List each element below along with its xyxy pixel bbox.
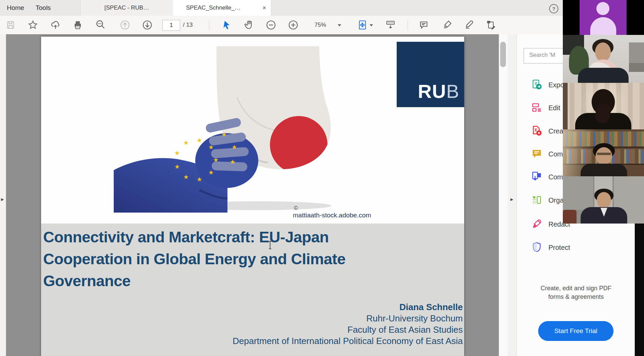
- hide-toolbar-button[interactable]: [384, 19, 397, 31]
- tool-label: Com: [548, 147, 563, 161]
- menu-tools[interactable]: Tools: [32, 0, 55, 16]
- left-panel-gutter: ▶: [0, 34, 6, 356]
- minus-circle-icon: [265, 20, 276, 30]
- svg-text:★: ★: [208, 143, 214, 151]
- svg-text:★: ★: [232, 143, 237, 151]
- author-name: Diana Schnelle: [233, 302, 463, 313]
- hand-tool-button[interactable]: [243, 19, 255, 31]
- organize-pages-icon: [531, 194, 542, 205]
- tool-label: Edit: [548, 101, 560, 115]
- edit-pdf-icon: [531, 102, 542, 113]
- close-icon[interactable]: ×: [262, 0, 266, 16]
- text-cursor: [268, 241, 272, 250]
- combine-files-icon: [531, 171, 542, 182]
- sidebar-tool-protect[interactable]: Protect: [517, 241, 644, 254]
- tool-label: Expo: [548, 78, 564, 92]
- rub-logo-text-ru: RU: [418, 80, 446, 102]
- start-free-trial-button[interactable]: Start Free Trial: [538, 321, 614, 341]
- fountain-pen-icon: [463, 19, 475, 31]
- toolbar-divider: [209, 20, 209, 30]
- zoom-level-value[interactable]: 75%: [308, 16, 332, 34]
- svg-text:★: ★: [174, 149, 180, 156]
- participant-face: [595, 42, 611, 62]
- star-button[interactable]: [27, 19, 39, 31]
- page-number-input[interactable]: [162, 20, 180, 31]
- tool-label: Com: [548, 170, 563, 184]
- menu-home[interactable]: Home: [3, 0, 28, 16]
- select-tool-button[interactable]: [221, 19, 233, 31]
- slide-image-area: ★★★ ★★★ ★★★ ★★★ RUB © mattiaath-stock.ad…: [41, 37, 464, 224]
- protect-shield-icon: [531, 242, 542, 253]
- fill-sign-icon: [485, 19, 497, 31]
- participant-video-1[interactable]: [563, 0, 644, 35]
- participant-face: [597, 192, 611, 208]
- tab-label: SPEAC_Schnelle_…: [186, 0, 240, 16]
- title-line-2: Cooperation in Global Energy and Climate: [43, 248, 346, 270]
- tab-speac-schnelle[interactable]: SPEAC_Schnelle_… ×: [173, 0, 271, 16]
- collapse-toolbar-icon: [385, 19, 396, 31]
- comment-bubble-icon: [418, 20, 429, 30]
- fill-sign-button[interactable]: [485, 19, 497, 31]
- expand-left-panel-icon[interactable]: ▶: [1, 197, 4, 202]
- affiliation-3: Department of International Political Ec…: [233, 335, 463, 347]
- next-page-button[interactable]: [141, 19, 153, 31]
- participant-video-4[interactable]: [563, 129, 644, 176]
- fit-page-button[interactable]: [356, 19, 369, 31]
- document-canvas[interactable]: ★★★ ★★★ ★★★ ★★★ RUB © mattiaath-stock.ad…: [6, 34, 499, 356]
- svg-text:★: ★: [213, 156, 219, 163]
- zoom-dropdown-caret[interactable]: [338, 24, 341, 26]
- avatar-icon: [596, 2, 609, 15]
- svg-text:★: ★: [221, 131, 227, 138]
- help-icon[interactable]: ?: [549, 4, 558, 13]
- search-button[interactable]: [95, 19, 107, 31]
- previous-page-button[interactable]: [119, 19, 131, 31]
- slide-title-band: Connectivity and Marketcraft: EU-Japan C…: [41, 224, 464, 356]
- rub-logo: RUB: [397, 42, 464, 107]
- tool-label: Orga: [548, 193, 564, 207]
- zoom-in-button[interactable]: [287, 19, 299, 31]
- star-icon: [27, 20, 38, 30]
- cloud-upload-icon: [50, 19, 61, 31]
- save-button[interactable]: [4, 19, 17, 31]
- slide-title: Connectivity and Marketcraft: EU-Japan C…: [43, 226, 346, 292]
- glasses: [597, 153, 611, 155]
- eu-japan-hands-image: ★★★ ★★★ ★★★ ★★★: [114, 46, 375, 213]
- page-up-icon: [120, 20, 131, 30]
- participant-video-3[interactable]: [563, 83, 644, 129]
- svg-text:★: ★: [197, 137, 202, 144]
- svg-text:★: ★: [183, 173, 189, 180]
- vertical-scrollbar[interactable]: [499, 34, 508, 356]
- rub-logo-text-b: B: [446, 80, 459, 102]
- title-line-3: Governance: [43, 270, 346, 292]
- promo-line-2: forms & agreements: [517, 293, 635, 301]
- participant-face: [596, 147, 612, 165]
- tab-speac-rub[interactable]: [SPEAC - RUB…: [80, 0, 173, 16]
- save-icon: [5, 20, 16, 30]
- menubar: Home Tools [SPEAC - RUB… SPEAC_Schnelle_…: [0, 0, 644, 16]
- right-panel-gutter: ▶: [508, 34, 517, 356]
- toolbar-divider: [408, 20, 408, 30]
- toolbar: / 13 75%: [0, 16, 644, 35]
- search-icon: [95, 19, 107, 31]
- svg-text:★: ★: [174, 163, 180, 170]
- highlight-button[interactable]: [441, 19, 454, 31]
- collapse-right-panel-icon[interactable]: ▶: [510, 197, 513, 202]
- zoom-out-button[interactable]: [265, 19, 277, 31]
- acrobat-window: Home Tools [SPEAC - RUB… SPEAC_Schnelle_…: [0, 0, 644, 356]
- participant-video-2[interactable]: [563, 35, 644, 83]
- export-pdf-icon: [531, 79, 542, 90]
- plus-circle-icon: [288, 20, 299, 30]
- video-call-overlay: [563, 0, 644, 224]
- fit-dropdown-caret[interactable]: [370, 24, 373, 26]
- print-button[interactable]: [72, 19, 84, 31]
- share-cloud-button[interactable]: [49, 19, 62, 31]
- comment-button[interactable]: [418, 19, 430, 31]
- credit-text: mattiaath-stock.adobe.com: [293, 212, 371, 219]
- copyright-symbol: ©: [294, 205, 371, 211]
- tool-label: Protect: [548, 241, 570, 254]
- sign-pen-button[interactable]: [463, 19, 475, 31]
- promo-text: Create, edit and sign PDF forms & agreem…: [517, 284, 635, 301]
- comment-tool-icon: [531, 148, 542, 159]
- participant-video-5[interactable]: [563, 176, 644, 224]
- scrollbar-thumb[interactable]: [500, 42, 506, 67]
